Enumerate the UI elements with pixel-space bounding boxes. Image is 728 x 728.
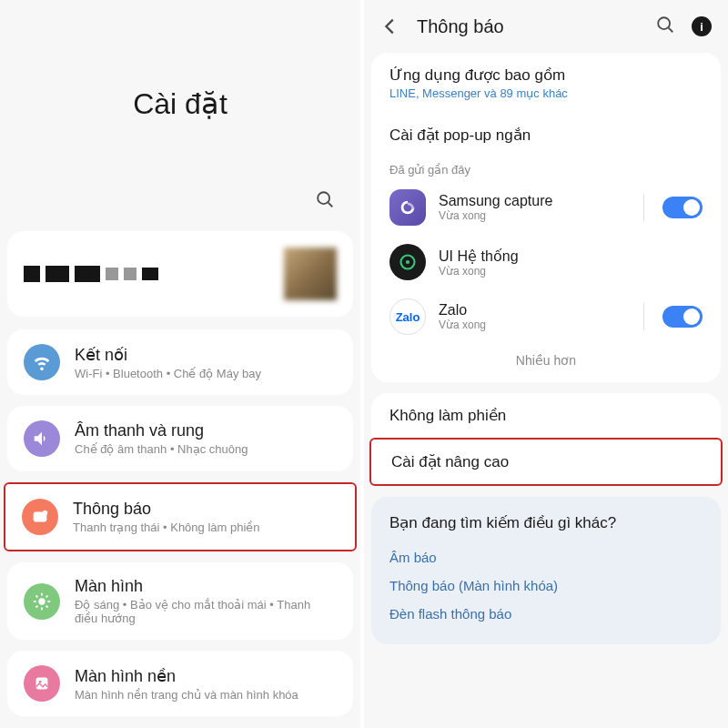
item-title: Thông báo <box>73 500 339 519</box>
item-sub: Thanh trạng thái • Không làm phiền <box>73 521 339 534</box>
row-popup-settings[interactable]: Cài đặt pop-up ngắn <box>371 113 721 157</box>
svg-line-8 <box>669 28 673 33</box>
item-sub: Wi-Fi • Bluetooth • Chế độ Máy bay <box>75 367 337 380</box>
group-included: Ứng dụng được bao gồm LINE, Messenger và… <box>371 53 721 382</box>
wallpaper-icon <box>24 665 60 702</box>
svg-point-0 <box>318 192 329 204</box>
svg-rect-5 <box>36 678 48 690</box>
row-advanced-settings[interactable]: Cài đặt nâng cao <box>369 438 723 486</box>
suggest-link-sound[interactable]: Âm báo <box>389 543 703 571</box>
svg-line-1 <box>329 203 333 207</box>
zalo-icon: Zalo <box>389 298 426 335</box>
item-sub: Chế độ âm thanh • Nhạc chuông <box>75 442 337 456</box>
recent-label: Đã gửi gần đây <box>371 157 721 180</box>
row-dnd[interactable]: Không làm phiền <box>371 393 721 438</box>
nav-bar: Thông báo i <box>364 0 728 53</box>
suggest-link-flash[interactable]: Đèn flash thông báo <box>389 600 703 628</box>
svg-point-10 <box>406 260 410 264</box>
display-icon <box>24 583 60 620</box>
app-row-system-ui[interactable]: UI Hệ thốngVừa xong <box>371 235 721 289</box>
settings-item-wallpaper[interactable]: Màn hình nềnMàn hình nền trang chủ và mà… <box>7 651 353 716</box>
suggest-link-lockscreen[interactable]: Thông báo (Màn hình khóa) <box>389 571 703 600</box>
settings-item-display[interactable]: Màn hìnhĐộ sáng • Bảo vệ cho mắt thoải m… <box>7 562 353 640</box>
item-title: Màn hình nền <box>75 666 337 686</box>
settings-item-notifications[interactable]: Thông báoThanh trạng thái • Không làm ph… <box>4 482 357 551</box>
nav-title: Thông báo <box>417 16 639 37</box>
account-card[interactable] <box>7 231 353 317</box>
suggest-title: Bạn đang tìm kiếm điều gì khác? <box>389 513 703 532</box>
item-title: Âm thanh và rung <box>75 421 337 440</box>
app-row-zalo[interactable]: Zalo ZaloVừa xong <box>371 289 721 344</box>
group-advanced: Không làm phiền Cài đặt nâng cao <box>371 393 721 486</box>
samsung-capture-icon <box>389 189 426 226</box>
info-icon[interactable]: i <box>692 16 712 36</box>
back-icon[interactable] <box>380 16 400 36</box>
svg-point-3 <box>43 511 48 516</box>
notification-icon <box>22 499 58 535</box>
page-title: Cài đặt <box>0 0 360 157</box>
toggle[interactable] <box>662 197 703 218</box>
toggle[interactable] <box>662 306 703 328</box>
search-icon[interactable] <box>315 189 335 213</box>
settings-item-connections[interactable]: Kết nốiWi-Fi • Bluetooth • Chế độ Máy ba… <box>7 329 353 395</box>
settings-item-sound[interactable]: Âm thanh và rungChế độ âm thanh • Nhạc c… <box>7 406 353 471</box>
wifi-icon <box>24 344 60 380</box>
svg-point-4 <box>38 598 45 604</box>
item-title: Kết nối <box>75 345 337 365</box>
notifications-panel: Thông báo i Ứng dụng được bao gồm LINE, … <box>364 0 728 728</box>
item-title: Màn hình <box>75 577 337 596</box>
avatar <box>284 248 337 300</box>
item-sub: Màn hình nền trang chủ và màn hình khóa <box>75 688 337 702</box>
more-button[interactable]: Nhiều hơn <box>371 344 721 382</box>
sound-icon <box>24 420 60 457</box>
search-row <box>0 157 360 231</box>
system-ui-icon <box>389 244 426 280</box>
suggestions-card: Bạn đang tìm kiếm điều gì khác? Âm báo T… <box>371 497 721 644</box>
item-sub: Độ sáng • Bảo vệ cho mắt thoải mái • Tha… <box>75 598 337 625</box>
app-row-samsung-capture[interactable]: Samsung captureVừa xong <box>371 180 721 235</box>
search-icon[interactable] <box>655 15 675 38</box>
settings-main-panel: Cài đặt Kết nốiWi-Fi • Bluetooth • Chế đ… <box>0 0 364 728</box>
row-included-apps[interactable]: Ứng dụng được bao gồm LINE, Messenger và… <box>371 53 721 113</box>
svg-point-7 <box>658 17 670 29</box>
